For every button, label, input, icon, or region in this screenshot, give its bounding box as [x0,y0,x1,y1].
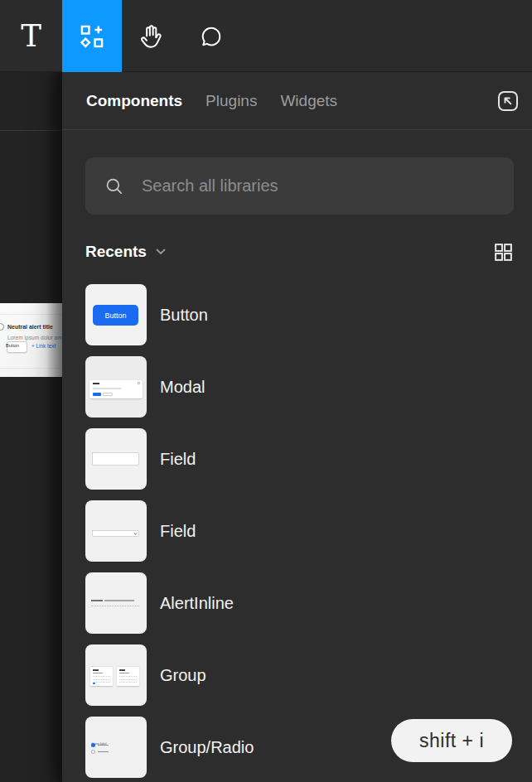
preview-card [90,667,113,686]
comment-tool-button[interactable] [181,0,241,72]
component-list: Button Button [85,284,514,778]
component-name: Group/Radio [160,738,254,757]
preview-line [98,751,109,753]
grid-view-button[interactable] [493,242,514,263]
search-icon [104,176,125,197]
components-icon [78,22,106,51]
shortcut-hint: shift + i [391,719,512,762]
radio-unselected-icon [91,750,95,754]
comment-icon [199,24,224,49]
component-name: Group [160,666,206,685]
hand-icon [138,23,165,50]
arrow-up-left-icon [496,89,520,113]
tab-plugins[interactable]: Plugins [206,92,257,110]
section-header: Recents [85,241,514,263]
preview-radio-option [91,743,109,747]
preview-card [117,667,139,686]
preview-close [138,382,140,384]
preview-select [92,530,139,537]
preview-dotted-line [91,606,139,606]
preview-radio-option [91,750,109,754]
chevron-down-icon [156,249,166,255]
component-thumbnail[interactable]: Group [85,644,147,706]
tab-widgets[interactable]: Widgets [280,92,337,110]
canvas-area[interactable]: Neutral alert title Lorem ipsum dolor am… [0,72,63,782]
preview-input [92,452,139,466]
preview-caret-icon [133,532,137,535]
info-circle-icon [0,323,4,331]
alert-button[interactable]: Button [7,341,27,353]
panel-content: Search all libraries Recents [62,157,532,778]
list-item-field-select[interactable]: Label Field [85,500,514,562]
component-thumbnail[interactable] [85,356,147,418]
list-item-modal[interactable]: Modal [85,356,514,418]
list-item-field[interactable]: Label Field [85,428,514,490]
open-in-new-button[interactable] [494,87,522,115]
component-thumbnail[interactable]: Label [85,428,147,490]
assets-tool-button[interactable] [62,0,122,72]
component-name: AlertInline [160,594,234,613]
preview-secondary-button [103,393,113,397]
component-thumbnail[interactable]: Group label [85,717,147,778]
component-name: Modal [160,378,205,397]
list-item-group[interactable]: Group Group [85,644,514,706]
preview-line [104,600,134,601]
hand-tool-button[interactable] [122,0,181,72]
recents-dropdown[interactable]: Recents [85,243,166,261]
component-name: Field [160,522,196,541]
component-thumbnail[interactable]: Button [85,284,147,345]
radio-selected-icon [91,743,95,747]
panel-shadow [46,72,63,782]
text-tool-icon: T [21,18,41,54]
toolbar: T [0,0,532,72]
component-thumbnail[interactable] [85,572,147,634]
list-item-alertinline[interactable]: AlertInline [85,572,514,634]
preview-button: Button [93,305,138,326]
component-name: Button [160,306,208,325]
preview-modal [89,380,143,398]
component-thumbnail[interactable]: Label [85,500,147,562]
preview-primary-button [93,393,101,397]
grid-icon [493,242,514,263]
panel-tabs: Components Plugins Widgets [62,72,532,130]
preview-line [91,600,103,601]
preview-line [98,745,109,746]
search-input[interactable]: Search all libraries [85,157,514,215]
preview-line [93,383,99,384]
text-tool-button[interactable]: T [0,0,62,72]
preview-line [93,388,121,389]
assets-panel: Components Plugins Widgets Search all li… [62,72,532,782]
search-placeholder: Search all libraries [142,176,278,196]
figma-window: T [0,0,532,782]
list-item-button[interactable]: Button Button [85,284,514,345]
component-name: Field [160,450,196,469]
section-title: Recents [85,243,147,261]
tab-components[interactable]: Components [86,92,182,110]
